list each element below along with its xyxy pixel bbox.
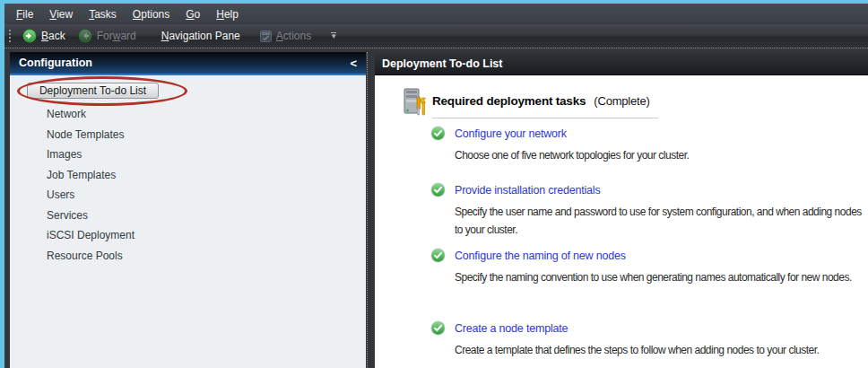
task-create-node-template: Create a node template Create a template… [430, 320, 819, 359]
sidebar-item-network[interactable]: Network [10, 104, 366, 125]
task-complete-icon [430, 248, 446, 263]
configuration-panel: Configuration < Deployment To-do List Ne… [10, 52, 366, 368]
sidebar-item-node-templates[interactable]: Node Templates [10, 125, 366, 145]
todo-list-content: Required deployment tasks (Complete) Con… [375, 75, 868, 368]
configuration-panel-title: Configuration [19, 57, 92, 69]
back-button[interactable]: Back [16, 27, 72, 45]
menu-go[interactable]: Go [178, 5, 208, 23]
detail-panel-header: Deployment To-do List [375, 52, 868, 75]
menu-options[interactable]: Options [125, 5, 178, 23]
section-title: Required deployment tasks [432, 94, 586, 108]
task-link-create-node-template[interactable]: Create a node template [455, 322, 568, 335]
task-naming-new-nodes: Configure the naming of new nodes Specif… [430, 248, 852, 286]
toolbar: Back Forward Navigation Pane Actions ▼ [4, 24, 868, 48]
actions-button[interactable]: Actions [254, 28, 317, 44]
back-icon [22, 29, 37, 43]
toolbar-divider [4, 48, 868, 48]
section-divider [432, 118, 658, 118]
task-desc-installation-credentials: Specify the user name and password to us… [455, 203, 863, 239]
actions-label: Actions [276, 30, 311, 42]
menu-help[interactable]: Help [208, 5, 247, 23]
navigation-pane-button[interactable]: Navigation Pane [155, 28, 247, 44]
task-desc-naming-new-nodes: Specify the naming convention to use whe… [455, 268, 852, 286]
configuration-nav-list: Deployment To-do List Network Node Templ… [10, 75, 366, 368]
task-complete-icon [430, 182, 446, 197]
actions-icon [260, 31, 272, 42]
collapse-panel-icon[interactable]: < [350, 57, 357, 70]
section-status: (Complete) [594, 94, 649, 108]
task-desc-create-node-template: Create a template that defines the steps… [455, 341, 819, 359]
window-border-top [0, 0, 868, 4]
task-configure-network: Configure your network Choose one of fiv… [430, 126, 689, 164]
navigation-pane-label: Navigation Pane [161, 30, 240, 42]
sidebar-item-resource-pools[interactable]: Resource Pools [10, 246, 366, 267]
menu-bar: File View Tasks Options Go Help [4, 4, 868, 24]
sidebar-item-iscsi-deployment[interactable]: iSCSI Deployment [10, 225, 366, 246]
window-border-left [0, 0, 4, 368]
toolbar-grip[interactable] [8, 29, 13, 43]
configuration-panel-header: Configuration < [10, 52, 366, 75]
menu-tasks[interactable]: Tasks [81, 5, 125, 23]
sidebar-item-users[interactable]: Users [10, 185, 366, 206]
task-link-installation-credentials[interactable]: Provide installation credentials [455, 184, 600, 197]
sidebar-item-job-templates[interactable]: Job Templates [10, 165, 366, 186]
task-complete-icon [430, 126, 446, 141]
task-link-configure-network[interactable]: Configure your network [455, 127, 567, 140]
back-label: Back [41, 30, 65, 42]
menu-view[interactable]: View [41, 5, 81, 23]
task-desc-configure-network: Choose one of five network topologies fo… [455, 146, 689, 164]
server-with-tools-icon [402, 88, 427, 118]
forward-icon [78, 29, 92, 43]
detail-panel-title: Deployment To-do List [382, 57, 503, 70]
panel-splitter[interactable] [367, 52, 368, 368]
menu-file[interactable]: File [8, 5, 41, 23]
forward-label: Forward [97, 30, 136, 42]
task-link-naming-new-nodes[interactable]: Configure the naming of new nodes [455, 250, 626, 262]
sidebar-item-images[interactable]: Images [10, 145, 366, 165]
task-installation-credentials: Provide installation credentials Specify… [430, 182, 863, 239]
toolbar-overflow-icon[interactable]: ▼ [330, 32, 337, 39]
detail-panel: Deployment To-do List Required deploymen… [375, 52, 868, 368]
task-complete-icon [430, 320, 446, 336]
sidebar-item-deployment-todo-list[interactable]: Deployment To-do List [27, 83, 159, 99]
sidebar-item-services[interactable]: Services [10, 206, 366, 226]
forward-button[interactable]: Forward [72, 27, 143, 45]
